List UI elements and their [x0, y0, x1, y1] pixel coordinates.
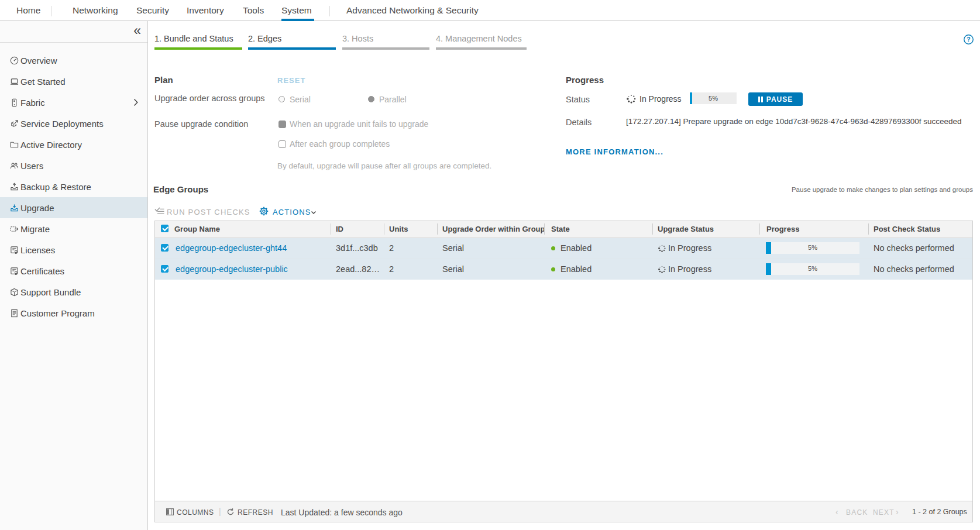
svg-text:?: ?	[967, 36, 970, 43]
